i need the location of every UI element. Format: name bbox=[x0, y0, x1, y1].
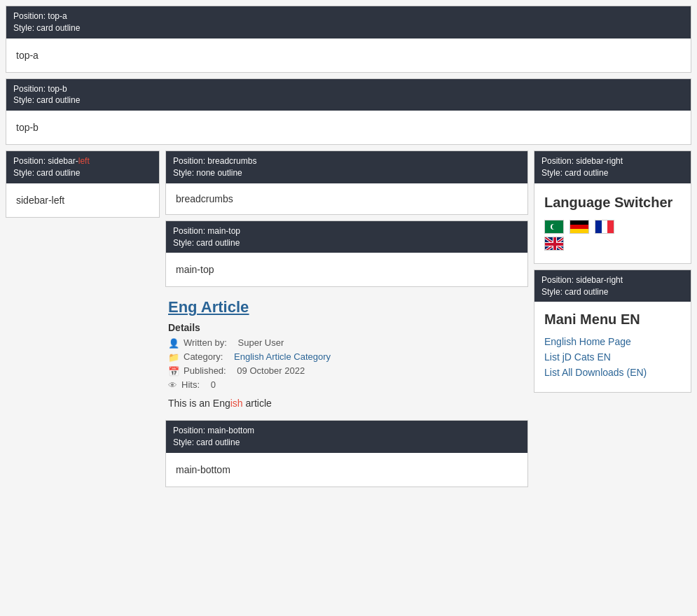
top-b-label: top-b bbox=[16, 122, 39, 133]
language-switcher-title: Language Switcher bbox=[544, 193, 681, 211]
hits-label: Hits: bbox=[181, 379, 200, 390]
union-jack-svg bbox=[545, 237, 564, 251]
article-details-label: Details bbox=[168, 322, 525, 333]
breadcrumbs-header-line2: Style: none outline bbox=[173, 167, 520, 179]
mani-menu-header: Position: sidebar-right Style: card outl… bbox=[534, 270, 691, 302]
flag-english[interactable] bbox=[544, 237, 564, 251]
published-date: 09 October 2022 bbox=[237, 365, 305, 376]
menu-link-list-downloads[interactable]: List All Downloads (EN) bbox=[544, 367, 647, 378]
three-col-layout: Position: sidebar-left Style: card outli… bbox=[6, 150, 691, 487]
sidebar-left-col: Position: sidebar-left Style: card outli… bbox=[6, 150, 160, 487]
sidebar-left-label: sidebar-left bbox=[16, 195, 64, 206]
sidebar-left-module: Position: sidebar-left Style: card outli… bbox=[6, 150, 160, 218]
main-top-header: Position: main-top Style: card outline bbox=[166, 221, 527, 253]
sidebar-left-header-line2: Style: card outline bbox=[13, 167, 152, 179]
main-top-header-line2: Style: card outline bbox=[173, 237, 520, 249]
top-b-body: top-b bbox=[6, 111, 691, 144]
top-a-module: Position: top-a Style: card outline top-… bbox=[6, 6, 691, 73]
category-label: Category: bbox=[184, 351, 223, 362]
menu-item-list-downloads[interactable]: List All Downloads (EN) bbox=[544, 367, 681, 378]
main-top-module: Position: main-top Style: card outline m… bbox=[165, 220, 528, 288]
breadcrumbs-module: Position: breadcrumbs Style: none outlin… bbox=[165, 150, 528, 215]
flag-arabic[interactable] bbox=[544, 220, 564, 234]
mani-menu-header-line2: Style: card outline bbox=[541, 286, 684, 298]
main-top-header-line1: Position: main-top bbox=[173, 225, 520, 237]
top-a-header: Position: top-a Style: card outline bbox=[6, 6, 691, 38]
language-switcher-module: Position: sidebar-right Style: card outl… bbox=[534, 150, 691, 264]
breadcrumbs-body: breadcrumbs bbox=[166, 183, 527, 214]
flag-french[interactable] bbox=[595, 220, 614, 234]
page-wrapper: Position: top-a Style: card outline top-… bbox=[0, 0, 697, 493]
calendar-icon: 📅 bbox=[168, 366, 179, 377]
top-a-body: top-a bbox=[6, 38, 691, 72]
article-area: Eng Article Details 👤 Written by: Super … bbox=[165, 293, 528, 414]
lang-header-line1: Position: sidebar-right bbox=[541, 155, 684, 167]
eye-icon: 👁 bbox=[168, 380, 177, 391]
breadcrumbs-text: breadcrumbs bbox=[176, 193, 233, 204]
top-b-header: Position: top-b Style: card outline bbox=[6, 79, 691, 111]
mani-menu-header-line1: Position: sidebar-right bbox=[541, 274, 684, 286]
main-top-body: main-top bbox=[166, 253, 527, 286]
main-bottom-header-line1: Position: main-bottom bbox=[173, 425, 520, 437]
top-b-header-line1: Position: top-b bbox=[13, 83, 684, 95]
main-col: Position: breadcrumbs Style: none outlin… bbox=[165, 150, 528, 487]
language-switcher-header: Position: sidebar-right Style: card outl… bbox=[534, 151, 691, 183]
menu-link-english-home[interactable]: English Home Page bbox=[544, 336, 631, 347]
flag-german[interactable] bbox=[570, 220, 589, 234]
svg-rect-10 bbox=[545, 243, 564, 246]
sidebar-right-col: Position: sidebar-right Style: card outl… bbox=[534, 150, 691, 487]
main-bottom-module: Position: main-bottom Style: card outlin… bbox=[165, 420, 528, 487]
lang-header-line2: Style: card outline bbox=[541, 167, 684, 179]
sidebar-left-red: left bbox=[78, 156, 90, 166]
main-bottom-header: Position: main-bottom Style: card outlin… bbox=[166, 421, 527, 453]
mani-menu-body: Mani Menu EN English Home Page List jD C… bbox=[534, 302, 691, 392]
top-a-header-line2: Style: card outline bbox=[13, 22, 684, 34]
author-value: Super User bbox=[238, 337, 284, 348]
flags-row-2 bbox=[544, 237, 681, 251]
category-icon: 📁 bbox=[168, 352, 179, 363]
detail-category-row: 📁 Category: English Article Category bbox=[168, 351, 525, 363]
article-body: This is an Engish article bbox=[168, 398, 525, 409]
top-b-header-line2: Style: card outline bbox=[13, 94, 684, 106]
detail-author-row: 👤 Written by: Super User bbox=[168, 337, 525, 349]
menu-item-list-jd-cats[interactable]: List jD Cats EN bbox=[544, 351, 681, 363]
category-link[interactable]: English Article Category bbox=[234, 351, 331, 362]
author-icon: 👤 bbox=[168, 338, 179, 349]
language-switcher-body: Language Switcher bbox=[534, 183, 691, 263]
article-title[interactable]: Eng Article bbox=[168, 298, 525, 316]
sidebar-left-header: Position: sidebar-left Style: card outli… bbox=[6, 151, 159, 183]
breadcrumbs-header-line1: Position: breadcrumbs bbox=[173, 155, 520, 167]
detail-published-row: 📅 Published: 09 October 2022 bbox=[168, 365, 525, 377]
mani-menu-title: Mani Menu EN bbox=[544, 312, 681, 328]
svg-point-1 bbox=[552, 224, 558, 230]
article-title-link[interactable]: Eng Article bbox=[168, 298, 249, 316]
top-a-label: top-a bbox=[16, 50, 39, 61]
flag-arabic-svg bbox=[547, 222, 561, 232]
breadcrumbs-header: Position: breadcrumbs Style: none outlin… bbox=[166, 151, 527, 183]
top-a-header-line1: Position: top-a bbox=[13, 10, 684, 22]
published-label: Published: bbox=[184, 365, 226, 376]
highlight-ish: ish bbox=[230, 398, 243, 409]
mani-menu-module: Position: sidebar-right Style: card outl… bbox=[534, 270, 691, 393]
menu-link-list-jd-cats[interactable]: List jD Cats EN bbox=[544, 351, 611, 363]
main-bottom-body: main-bottom bbox=[166, 453, 527, 486]
main-bottom-header-line2: Style: card outline bbox=[173, 437, 520, 449]
sidebar-left-header-line1: Position: sidebar-left bbox=[13, 155, 152, 167]
main-top-label: main-top bbox=[176, 264, 214, 275]
written-by-label: Written by: bbox=[184, 337, 227, 348]
top-b-module: Position: top-b Style: card outline top-… bbox=[6, 78, 691, 146]
menu-item-english-home[interactable]: English Home Page bbox=[544, 336, 681, 347]
flags-row bbox=[544, 220, 681, 234]
hits-value: 0 bbox=[211, 379, 216, 390]
main-bottom-label: main-bottom bbox=[176, 464, 230, 475]
detail-hits-row: 👁 Hits: 0 bbox=[168, 379, 525, 391]
sidebar-left-body: sidebar-left bbox=[6, 183, 159, 217]
